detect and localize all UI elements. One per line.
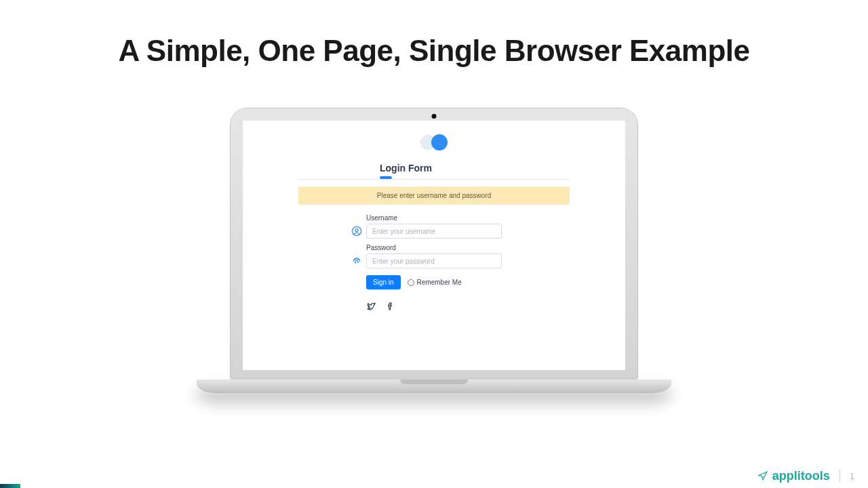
password-field-block: Password: [366, 244, 502, 268]
slide: A Simple, One Page, Single Browser Examp…: [0, 0, 868, 488]
action-row: Sign in Remember Me: [366, 275, 502, 289]
svg-point-1: [355, 229, 358, 232]
remember-me-radio[interactable]: [408, 279, 414, 286]
footer-divider: [840, 470, 840, 482]
laptop-screen-frame: Login Form Please enter username and pas…: [231, 108, 637, 380]
login-form: Login Form Please enter username and pas…: [298, 163, 570, 311]
password-input[interactable]: [366, 253, 502, 268]
username-label: Username: [366, 214, 502, 222]
app-screen: Login Form Please enter username and pas…: [243, 121, 625, 370]
form-title: Login Form: [298, 163, 488, 174]
form-header: Login Form: [298, 163, 570, 180]
social-row: [366, 302, 502, 311]
brand: applitools: [757, 469, 830, 483]
remember-me[interactable]: Remember Me: [408, 279, 462, 286]
bottom-accent-bar: [0, 484, 20, 488]
app-logo: [420, 134, 448, 150]
password-label: Password: [366, 244, 502, 251]
alert-banner: Please enter username and password: [298, 186, 570, 205]
signin-button[interactable]: Sign in: [366, 275, 401, 289]
twitter-icon[interactable]: [366, 302, 376, 311]
user-circle-icon: [351, 226, 362, 237]
username-field-block: Username: [366, 214, 502, 239]
facebook-icon[interactable]: [385, 302, 395, 311]
form-title-underline: [380, 176, 392, 179]
slide-title: A Simple, One Page, Single Browser Examp…: [0, 34, 868, 68]
slide-footer: applitools 1: [0, 466, 868, 485]
fingerprint-icon: [351, 256, 362, 266]
username-input[interactable]: [366, 224, 502, 239]
camera-dot-icon: [432, 114, 437, 119]
laptop-mockup: Login Form Please enter username and pas…: [197, 108, 671, 393]
slide-number: 1: [850, 471, 854, 481]
logo-icon: [420, 134, 448, 150]
brand-logo-icon: [757, 470, 768, 481]
brand-name: applitools: [772, 469, 830, 483]
remember-me-label: Remember Me: [417, 279, 462, 286]
laptop-base: [197, 380, 671, 393]
laptop-notch: [400, 380, 468, 384]
